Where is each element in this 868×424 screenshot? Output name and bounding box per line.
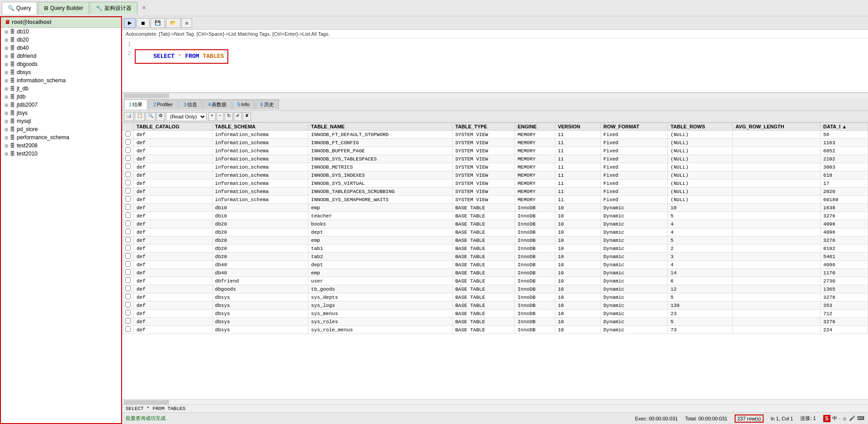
row-checkbox-17[interactable] (125, 269, 131, 275)
row-checkbox-10[interactable] (125, 212, 131, 218)
sidebar-item-db10[interactable]: ⊞🗄db10 (1, 28, 121, 36)
rollback-button[interactable]: ✘ (243, 112, 251, 121)
table-row[interactable]: definformation_schemaINNODB_TABLESPACES_… (123, 188, 868, 196)
sidebar-item-db20[interactable]: ⊞🗄db20 (1, 36, 121, 44)
settings-button[interactable]: ⚙ (156, 112, 165, 121)
table-row[interactable]: definformation_schemaINNODB_SYS_VIRTUALS… (123, 179, 868, 188)
row-checkbox-6[interactable] (125, 180, 131, 185)
result-tab-4[interactable]: 5Info (232, 99, 254, 109)
table-row[interactable]: defdb40deptBASE TABLEInnoDB10Dynamic4409… (123, 261, 868, 269)
row-checkbox-1[interactable] (125, 139, 131, 145)
row-checkbox-13[interactable] (125, 237, 131, 242)
close-button[interactable]: ✕ (142, 5, 146, 11)
editor-scrollbar[interactable] (122, 93, 868, 98)
col-avg-row-length[interactable]: AVG_ROW_LENGTH (733, 123, 821, 131)
tab-query[interactable]: 🔍 Query (2, 2, 37, 14)
table-row[interactable]: definformation_schemaINNODB_FT_DEFAULT_S… (123, 131, 868, 139)
row-checkbox-14[interactable] (125, 245, 131, 250)
row-checkbox-3[interactable] (125, 155, 131, 161)
col-engine[interactable]: ENGINE (514, 123, 555, 131)
sql-editor[interactable]: 1 2 SELECT * FROM TABLES (122, 38, 868, 93)
sidebar-item-mysql[interactable]: ⊞🗄mysql (1, 117, 121, 125)
table-scrollbar[interactable] (122, 399, 868, 405)
table-row[interactable]: defdb20booksBASE TABLEInnoDB10Dynamic440… (123, 220, 868, 228)
editor-scrollbar-thumb[interactable] (124, 94, 169, 98)
sidebar-item-jtdb[interactable]: ⊞🗄jtdb (1, 93, 121, 101)
table-row[interactable]: definformation_schemaINNODB_SYS_INDEXESS… (123, 171, 868, 179)
row-checkbox-24[interactable] (125, 326, 131, 332)
table-row[interactable]: definformation_schemaINNODB_METRICSSYSTE… (123, 163, 868, 171)
col-table-rows[interactable]: TABLE_ROWS (668, 123, 733, 131)
table-row[interactable]: defdb20tab1BASE TABLEInnoDB10Dynamic2819… (123, 245, 868, 253)
sidebar-item-jtsys[interactable]: ⊞🗄jtsys (1, 109, 121, 117)
table-row[interactable]: defdbsyssys_deptsBASE TABLEInnoDB10Dynam… (123, 293, 868, 302)
col-table-type[interactable]: TABLE_TYPE (452, 123, 514, 131)
table-row[interactable]: defdbsyssys_rolesBASE TABLEInnoDB10Dynam… (123, 318, 868, 326)
row-checkbox-5[interactable] (125, 172, 131, 177)
row-checkbox-11[interactable] (125, 221, 131, 226)
add-row-button[interactable]: + (208, 112, 216, 121)
sidebar-item-dbfriend[interactable]: ⊞🗄dbfriend (1, 52, 121, 60)
sidebar-item-db40[interactable]: ⊞🗄db40 (1, 44, 121, 52)
row-checkbox-16[interactable] (125, 261, 131, 267)
row-checkbox-4[interactable] (125, 164, 131, 169)
run-button[interactable]: ▶ (124, 18, 136, 28)
col-row-format[interactable]: ROW_FORMAT (600, 123, 668, 131)
result-tab-1[interactable]: 2Profiler (148, 99, 178, 109)
sidebar-item-test2010[interactable]: ⊞🗄test2010 (1, 150, 121, 158)
row-checkbox-8[interactable] (125, 196, 131, 202)
tab-schema-designer[interactable]: 🔧 架构设计器 (90, 2, 137, 14)
open-button[interactable]: 📂 (166, 18, 180, 28)
col-table-catalog[interactable]: TABLE_CATALOG (134, 123, 212, 131)
table-row[interactable]: defdbgoodstb_goodsBASE TABLEInnoDB10Dyna… (123, 285, 868, 293)
sidebar-item-information_schema[interactable]: ⊞🗄information_schema (1, 76, 121, 85)
table-row[interactable]: defdb20tab2BASE TABLEInnoDB10Dynamic3546… (123, 253, 868, 261)
table-row[interactable]: defdb40empBASE TABLEInnoDB10Dynamic14117… (123, 269, 868, 277)
col-table-schema[interactable]: TABLE_SCHEMA (212, 123, 308, 131)
table-row[interactable]: definformation_schemaINNODB_SYS_TABLESPA… (123, 155, 868, 163)
table-row[interactable]: defdb20deptBASE TABLEInnoDB10Dynamic4409… (123, 228, 868, 236)
sidebar-item-dbgoods[interactable]: ⊞🗄dbgoods (1, 60, 121, 68)
row-checkbox-12[interactable] (125, 229, 131, 234)
table-row[interactable]: definformation_schemaINNODB_BUFFER_PAGES… (123, 147, 868, 155)
row-checkbox-15[interactable] (125, 253, 131, 259)
sidebar-item-test2008[interactable]: ⊞🗄test2008 (1, 141, 121, 150)
sidebar-item-jt_db[interactable]: ⊞🗄jt_db (1, 85, 121, 93)
table-row[interactable]: defdbsyssys_menusBASE TABLEInnoDB10Dynam… (123, 310, 868, 318)
commit-button[interactable]: ✔ (234, 112, 242, 121)
code-area[interactable]: SELECT * FROM TABLES (135, 40, 866, 58)
col-table-name[interactable]: TABLE_NAME (308, 123, 453, 131)
result-tab-0[interactable]: 1结果 (124, 99, 147, 109)
data-table-container[interactable]: TABLE_CATALOG TABLE_SCHEMA TABLE_NAME TA… (122, 122, 868, 399)
sidebar-item-performance_schema[interactable]: ⊞🗄performance_schema (1, 133, 121, 141)
table-row[interactable]: defdb20empBASE TABLEInnoDB10Dynamic53276 (123, 236, 868, 245)
sidebar-item-dbsys[interactable]: ⊞🗄dbsys (1, 68, 121, 76)
col-data-i[interactable]: DATA_I ▲ (821, 123, 868, 131)
sidebar-item-jtdb2007[interactable]: ⊞🗄jtdb2007 (1, 101, 121, 109)
result-tab-3[interactable]: 4表数据 (203, 99, 231, 109)
row-checkbox-23[interactable] (125, 318, 131, 324)
stop-button[interactable]: ⏹ (137, 18, 150, 28)
result-tab-2[interactable]: 3信息 (179, 99, 202, 109)
row-checkbox-7[interactable] (125, 188, 131, 193)
format-button[interactable]: ≡ (181, 18, 192, 28)
row-checkbox-20[interactable] (125, 294, 131, 299)
filter-button[interactable]: 🔍 (146, 112, 156, 121)
row-checkbox-2[interactable] (125, 147, 131, 153)
save-button[interactable]: 💾 (151, 18, 165, 28)
delete-row-button[interactable]: − (217, 112, 224, 121)
tab-query-builder[interactable]: ⊞ Query Builder (38, 2, 89, 14)
result-tab-5[interactable]: 6历史 (255, 99, 279, 109)
row-checkbox-0[interactable] (125, 131, 131, 137)
table-row[interactable]: defdbsyssys_logsBASE TABLEInnoDB10Dynami… (123, 302, 868, 310)
row-checkbox-19[interactable] (125, 286, 131, 291)
table-row[interactable]: defdbsyssys_role_menusBASE TABLEInnoDB10… (123, 326, 868, 334)
table-row[interactable]: defdbfrienduserBASE TABLEInnoDB10Dynamic… (123, 277, 868, 285)
row-checkbox-22[interactable] (125, 310, 131, 316)
refresh-button[interactable]: ↻ (225, 112, 233, 121)
row-checkbox-18[interactable] (125, 278, 131, 283)
table-scrollbar-thumb[interactable] (124, 400, 169, 405)
row-checkbox-9[interactable] (125, 204, 131, 210)
export-button[interactable]: 📊 (124, 112, 134, 121)
col-version[interactable]: VERSION (555, 123, 600, 131)
